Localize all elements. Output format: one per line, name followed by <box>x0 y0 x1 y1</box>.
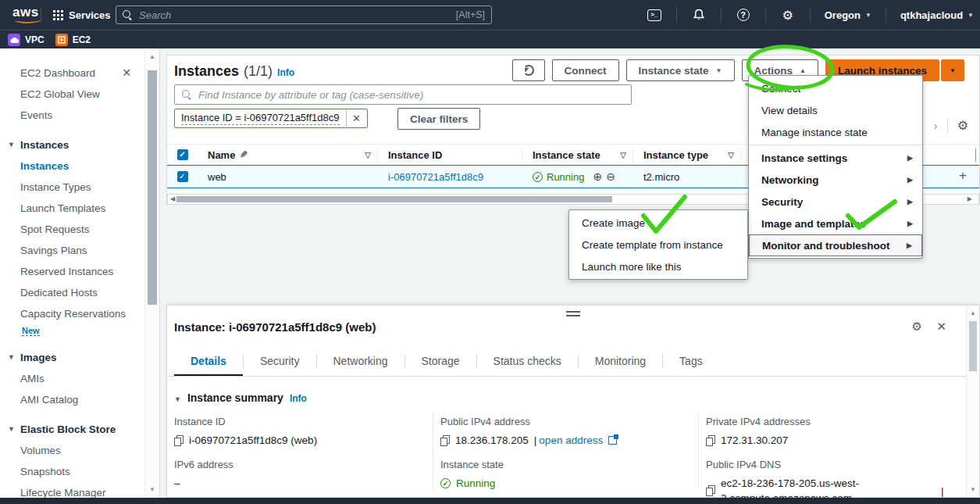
scroll-left-icon[interactable]: ◀ <box>170 195 175 202</box>
cloudshell-icon[interactable]: >_ <box>647 7 662 23</box>
favorite-vpc[interactable]: VPC <box>8 34 45 46</box>
services-menu[interactable]: Services <box>53 0 111 30</box>
scroll-down-icon[interactable]: ▼ <box>967 486 979 493</box>
menu-item-create-image[interactable]: Create image <box>569 212 747 234</box>
tab-networking[interactable]: Networking <box>317 346 404 376</box>
sidebar-item-reserved-instances[interactable]: Reserved Instances <box>0 261 159 282</box>
menu-item-instance-settings[interactable]: Instance settings▶ <box>749 147 922 169</box>
sidebar-section-images[interactable]: ▼Images <box>0 347 159 368</box>
menu-item-connect[interactable]: Connect <box>749 77 922 99</box>
tab-tags[interactable]: Tags <box>663 346 719 376</box>
find-instance-input[interactable]: Find Instance by attribute or tag (case-… <box>174 84 632 105</box>
panel-settings-gear-icon[interactable]: ⚙ <box>912 320 922 334</box>
scrollbar-thumb[interactable] <box>148 70 157 305</box>
instance-summary-header[interactable]: ▼ Instance summary Info <box>174 391 307 404</box>
copy-icon[interactable] <box>706 485 715 496</box>
column-header-instance-type[interactable]: Instance type ▽ <box>633 148 741 162</box>
scroll-down-icon[interactable]: ▼ <box>145 486 159 493</box>
help-icon[interactable]: ? <box>736 7 751 23</box>
tab-storage[interactable]: Storage <box>405 346 476 376</box>
close-icon[interactable]: ✕ <box>122 63 131 84</box>
sidebar-item-volumes[interactable]: Volumes <box>0 440 159 461</box>
sidebar-item-snapshots[interactable]: Snapshots <box>0 461 159 482</box>
panel-drag-handle[interactable] <box>566 311 580 316</box>
menu-item-image-and-templates[interactable]: Image and templates▶ <box>749 213 922 234</box>
tab-security[interactable]: Security <box>244 346 316 376</box>
tab-status-checks[interactable]: Status checks <box>477 346 578 376</box>
sidebar-item-capacity-reservations[interactable]: Capacity Reservations <box>0 303 159 324</box>
table-preferences-gear-icon[interactable]: ⚙ <box>957 118 968 133</box>
region-selector[interactable]: Oregon ▼ <box>825 9 871 21</box>
sort-icon[interactable]: ▽ <box>728 151 734 159</box>
panel-close-icon[interactable]: ✕ <box>936 320 946 334</box>
sidebar-item-instance-types[interactable]: Instance Types <box>0 177 159 198</box>
sidebar-item-launch-templates[interactable]: Launch Templates <box>0 198 159 219</box>
separator: | <box>534 433 537 448</box>
sidebar-item-lifecycle-manager[interactable]: Lifecycle Manager <box>0 482 159 498</box>
vpc-service-icon <box>8 34 20 46</box>
copy-icon[interactable] <box>706 435 715 446</box>
sort-icon[interactable]: ▽ <box>365 151 371 159</box>
aws-logo[interactable]: aws <box>12 5 39 20</box>
global-search-input[interactable]: Search [Alt+S] <box>116 5 492 24</box>
open-address-link[interactable]: open address <box>539 433 603 448</box>
filter-token[interactable]: Instance ID = i-06970721a5ff1d8c9 ✕ <box>174 109 368 128</box>
row-checkbox[interactable]: ✓ <box>177 171 188 182</box>
sidebar-item-spot-requests[interactable]: Spot Requests <box>0 219 159 240</box>
sidebar-item-savings-plans[interactable]: Savings Plans <box>0 240 159 261</box>
column-header-name[interactable]: Name ✎ ▽ <box>198 148 378 162</box>
menu-item-label: Networking <box>761 174 819 186</box>
menu-item-manage-instance-state[interactable]: Manage instance state <box>749 121 922 143</box>
sidebar-item-instances[interactable]: Instances <box>0 155 159 177</box>
notifications-bell-icon[interactable] <box>691 7 707 23</box>
sidebar-scrollbar[interactable]: ▲ ▼ <box>144 48 159 498</box>
external-link-icon[interactable] <box>608 436 617 445</box>
copy-icon[interactable] <box>440 435 450 446</box>
scrollbar-thumb[interactable] <box>176 196 612 202</box>
chevron-down-icon: ▼ <box>716 67 722 74</box>
menu-item-view-details[interactable]: View details <box>749 99 922 121</box>
sidebar-item-ec2-global-view[interactable]: EC2 Global View <box>0 84 159 105</box>
settings-gear-icon[interactable]: ⚙ <box>780 7 796 23</box>
menu-item-create-template-from-instance[interactable]: Create template from instance <box>569 234 747 256</box>
instance-id-link[interactable]: i-06970721a5ff1d8c9 <box>388 171 483 183</box>
tab-details[interactable]: Details <box>174 346 243 376</box>
sidebar-section-elastic-block-store[interactable]: ▼Elastic Block Store <box>0 419 159 440</box>
launch-instances-caret-button[interactable]: ▼ <box>941 59 964 81</box>
tab-monitoring[interactable]: Monitoring <box>579 346 662 376</box>
scrollbar-thumb[interactable] <box>969 321 977 371</box>
add-alarm-plus-icon[interactable]: + <box>959 168 967 184</box>
scroll-up-icon[interactable]: ▲ <box>145 53 159 60</box>
copy-icon[interactable] <box>174 435 184 446</box>
menu-item-networking[interactable]: Networking▶ <box>749 169 922 191</box>
sidebar-item-ec2-dashboard[interactable]: EC2 Dashboard ✕ <box>0 63 159 84</box>
refresh-button[interactable] <box>512 59 545 81</box>
sidebar-item-dedicated-hosts[interactable]: Dedicated Hosts <box>0 282 159 303</box>
column-header-instance-state[interactable]: Instance state ▽ <box>522 148 633 162</box>
menu-item-launch-more-like-this[interactable]: Launch more like this <box>569 256 747 277</box>
account-menu[interactable]: qtkhajacloud ▼ <box>900 9 974 21</box>
instance-state-button[interactable]: Instance state▼ <box>626 59 735 81</box>
panel-scrollbar[interactable]: ▲ ▼ <box>966 306 979 497</box>
sidebar-item-ami-catalog[interactable]: AMI Catalog <box>0 389 159 410</box>
sort-icon[interactable]: ▽ <box>620 151 626 159</box>
scroll-up-icon[interactable]: ▲ <box>967 309 979 316</box>
sidebar-section-instances[interactable]: ▼Instances <box>0 134 159 155</box>
info-link[interactable]: Info <box>277 67 294 78</box>
remove-filter-icon[interactable]: ✕ <box>347 113 367 124</box>
clear-filters-button[interactable]: Clear filters <box>397 108 480 130</box>
connect-button[interactable]: Connect <box>552 59 619 81</box>
menu-item-security[interactable]: Security▶ <box>749 191 922 213</box>
favorite-ec2[interactable]: EC2 <box>55 34 91 46</box>
edit-pencil-icon[interactable]: ✎ <box>240 149 248 160</box>
menu-item-monitor-and-troubleshoot[interactable]: Monitor and troubleshoot▶ <box>749 234 922 256</box>
scroll-right-icon[interactable]: ▶ <box>968 195 972 202</box>
sidebar-item-events[interactable]: Events <box>0 105 159 126</box>
filter-equals-icon[interactable]: ⊕ <box>593 170 602 183</box>
column-header-instance-id[interactable]: Instance ID <box>378 148 522 162</box>
sidebar-item-amis[interactable]: AMIs <box>0 368 159 389</box>
select-all-checkbox[interactable]: ✓ <box>177 149 188 160</box>
next-page-icon[interactable]: › <box>934 119 938 132</box>
filter-not-equals-icon[interactable]: ⊖ <box>606 170 615 183</box>
info-link[interactable]: Info <box>290 393 307 404</box>
